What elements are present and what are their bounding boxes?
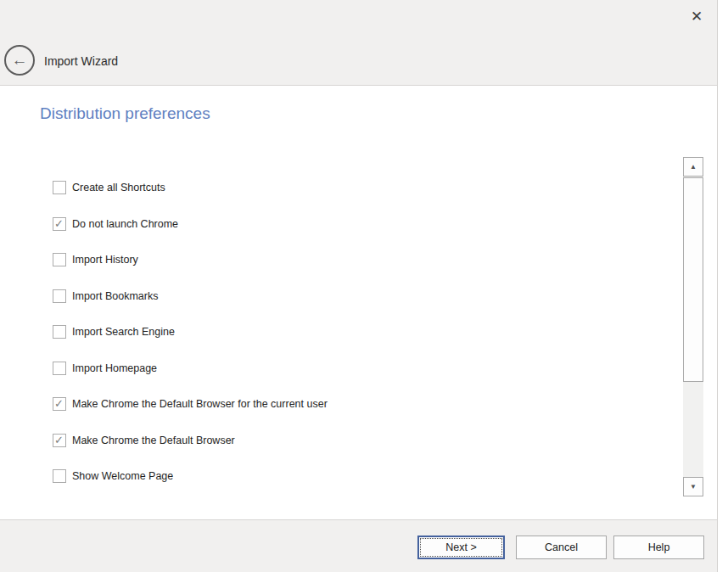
checkbox[interactable] bbox=[53, 469, 66, 483]
wizard-footer: Next > Cancel Help bbox=[0, 519, 717, 572]
preference-row: Import History bbox=[53, 242, 647, 278]
preference-row: Create all Shortcuts bbox=[53, 170, 647, 206]
checkbox-label: Show Welcome Page bbox=[72, 470, 173, 482]
checkbox-label: Do not launch Chrome bbox=[72, 218, 178, 230]
wizard-title: Import Wizard bbox=[44, 54, 118, 68]
next-button[interactable]: Next > bbox=[417, 536, 505, 559]
scrollbar-track[interactable]: ▲ ▼ bbox=[683, 157, 703, 496]
checkmark-icon: ✓ bbox=[54, 434, 64, 447]
checkmark-icon: ✓ bbox=[54, 217, 64, 231]
scroll-down-button[interactable]: ▼ bbox=[683, 477, 703, 496]
checkbox[interactable]: ✓ bbox=[53, 397, 66, 411]
checkbox-label: Import Search Engine bbox=[72, 326, 175, 338]
preference-row: ✓ Do not launch Chrome bbox=[53, 206, 647, 243]
checkbox[interactable] bbox=[53, 325, 66, 339]
checkbox[interactable] bbox=[53, 289, 66, 303]
checkbox-label: Create all Shortcuts bbox=[72, 182, 165, 193]
checkbox-label: Import History bbox=[72, 254, 138, 266]
preferences-list: Create all Shortcuts ✓ Do not launch Chr… bbox=[53, 170, 647, 495]
scroll-up-button[interactable]: ▲ bbox=[683, 157, 703, 177]
back-button[interactable]: ← bbox=[4, 45, 35, 76]
preference-row: ✓ Make Chrome the Default Browser for th… bbox=[53, 386, 647, 423]
back-arrow-icon: ← bbox=[12, 52, 28, 68]
checkbox[interactable]: ✓ bbox=[53, 217, 66, 231]
help-button[interactable]: Help bbox=[613, 536, 704, 559]
scrollbar-thumb[interactable] bbox=[683, 177, 703, 382]
checkbox[interactable] bbox=[53, 181, 66, 194]
wizard-header: ✕ ← Import Wizard bbox=[0, 0, 717, 86]
preference-row: Import Search Engine bbox=[53, 314, 647, 350]
checkmark-icon: ✓ bbox=[54, 397, 64, 411]
checkbox-label: Make Chrome the Default Browser bbox=[72, 435, 235, 446]
preference-row: Import Homepage bbox=[53, 350, 647, 387]
checkbox[interactable] bbox=[53, 253, 66, 266]
preference-row: ✓ Make Chrome the Default Browser bbox=[53, 423, 647, 459]
close-icon[interactable]: ✕ bbox=[685, 5, 708, 29]
checkbox[interactable] bbox=[53, 362, 66, 375]
page-title: Distribution preferences bbox=[40, 104, 210, 123]
checkbox-label: Make Chrome the Default Browser for the … bbox=[72, 398, 328, 410]
checkbox[interactable]: ✓ bbox=[53, 434, 66, 447]
wizard-dialog: ✕ ← Import Wizard Distribution preferenc… bbox=[0, 0, 718, 572]
checkbox-label: Import Homepage bbox=[72, 362, 157, 374]
preference-row: Import Bookmarks bbox=[53, 278, 647, 315]
cancel-button[interactable]: Cancel bbox=[516, 536, 607, 559]
checkbox-label: Import Bookmarks bbox=[72, 290, 158, 302]
import-wizard-window: ✕ ← Import Wizard Distribution preferenc… bbox=[0, 0, 728, 572]
preference-row: Show Welcome Page bbox=[53, 458, 647, 495]
